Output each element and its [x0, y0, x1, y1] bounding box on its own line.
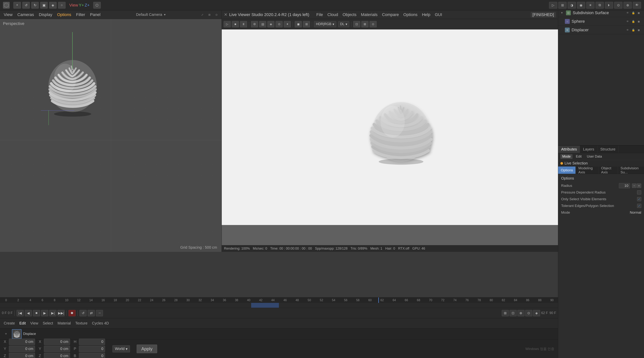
- select-btn[interactable]: ▣: [40, 2, 48, 9]
- filter-menu[interactable]: Filter: [75, 12, 87, 18]
- bounce-btn[interactable]: ⇄: [88, 310, 95, 316]
- material-icon-btn[interactable]: ◉: [577, 2, 585, 9]
- structure-tab[interactable]: Structure: [598, 146, 619, 153]
- move-btn[interactable]: ◈: [49, 2, 56, 9]
- loop-btn[interactable]: ↺: [80, 310, 86, 316]
- new-btn[interactable]: +: [14, 2, 21, 9]
- extra-ctrl2-btn[interactable]: ⊡: [510, 310, 517, 316]
- lv-cloud-menu[interactable]: Cloud: [326, 12, 340, 18]
- add-object-btn[interactable]: +: [3, 331, 9, 337]
- layers-tab[interactable]: Layers: [580, 146, 597, 153]
- lv-options-menu[interactable]: Options: [402, 12, 419, 18]
- viewport-grid-icon[interactable]: ⊞: [207, 12, 212, 18]
- go-end-btn[interactable]: ▶▶|: [58, 310, 64, 316]
- radius-inc-btn[interactable]: +: [637, 183, 641, 188]
- modeling-axis-subtab[interactable]: Modeling Axis: [576, 167, 598, 174]
- world-dropdown[interactable]: World ▾: [112, 345, 130, 352]
- record-btn[interactable]: ⏺: [68, 310, 76, 316]
- radius-dec-btn[interactable]: −: [632, 183, 636, 188]
- redo-btn[interactable]: ↻: [31, 2, 39, 9]
- h-rot-input[interactable]: 0: [79, 339, 105, 345]
- y-pos-input[interactable]: 0 cm: [9, 346, 35, 352]
- lv-extra3-btn[interactable]: ⊙: [370, 21, 377, 27]
- extra-ctrl5-btn[interactable]: ◈: [533, 310, 540, 316]
- forward-btn[interactable]: →: [96, 310, 103, 316]
- cx-scale-input[interactable]: 0 cm: [44, 339, 70, 345]
- lights-icon-btn[interactable]: ☀: [586, 2, 594, 9]
- subdiv-render-icon[interactable]: ◼: [636, 11, 641, 15]
- extra-ctrl1-btn[interactable]: ⊞: [502, 310, 509, 316]
- viewport-icon-btn[interactable]: ⊞: [558, 2, 566, 9]
- timeline-playhead[interactable]: [378, 297, 379, 303]
- target-icon-btn[interactable]: ⊕: [624, 2, 632, 9]
- tolerant-checkbox[interactable]: [637, 204, 641, 208]
- texture-tab[interactable]: Texture: [74, 320, 89, 326]
- sphere-render-icon[interactable]: ◼: [636, 19, 641, 24]
- userdata-btn[interactable]: User Data: [585, 154, 604, 159]
- radius-value[interactable]: 10: [619, 183, 630, 188]
- lv-objects-menu[interactable]: Objects: [341, 12, 358, 18]
- subdiv-lock-icon[interactable]: 🔒: [631, 11, 636, 15]
- lv-settings-btn[interactable]: ⚙: [251, 21, 258, 27]
- subdiv-vis-icon[interactable]: 👁: [626, 11, 630, 15]
- lv-gui-menu[interactable]: GUI: [433, 12, 444, 18]
- lv-extra1-btn[interactable]: ⊡: [353, 21, 360, 27]
- displacer-lock-icon[interactable]: 🔒: [631, 28, 636, 32]
- lv-depth-dropdown[interactable]: DL ▾: [338, 21, 349, 27]
- object-axis-subtab[interactable]: Object Axis: [598, 167, 618, 174]
- subdiv-collapse-icon[interactable]: ▾: [561, 11, 564, 15]
- render2-icon-btn[interactable]: ⧉: [596, 2, 604, 9]
- cam-icon-btn[interactable]: ⊙: [614, 2, 622, 9]
- apply-btn[interactable]: Apply: [137, 344, 157, 353]
- cy-scale-input[interactable]: 0 cm: [44, 346, 70, 352]
- panel-menu[interactable]: Panel: [88, 12, 102, 18]
- sphere-lock-icon[interactable]: 🔒: [631, 19, 636, 24]
- lv-file-menu[interactable]: File: [315, 12, 324, 18]
- cz-scale-input[interactable]: 0 cm: [44, 353, 70, 358]
- anim-icon-btn[interactable]: ⏵: [605, 2, 613, 9]
- view-tab[interactable]: View: [29, 320, 40, 326]
- attributes-tab[interactable]: Attributes: [558, 146, 580, 153]
- lv-render-btn[interactable]: ◼: [295, 21, 302, 27]
- cycles4d-tab[interactable]: Cycles 4D: [90, 320, 110, 326]
- lv-play-btn[interactable]: ▷: [224, 21, 231, 27]
- sphere-vis-icon[interactable]: 👁: [626, 19, 630, 24]
- create-tab[interactable]: Create: [2, 320, 16, 326]
- lv-pause-btn[interactable]: ⏸: [240, 21, 247, 27]
- play-fwd-btn[interactable]: ▶: [41, 310, 48, 316]
- timeline-bar-row[interactable]: [0, 303, 558, 308]
- prev-frame-btn[interactable]: ◀: [25, 310, 32, 316]
- eye-icon-btn[interactable]: 👁: [633, 2, 641, 9]
- go-start-btn[interactable]: |◀: [16, 310, 24, 316]
- shading-icon-btn[interactable]: ◑: [568, 2, 576, 9]
- next-frame-btn[interactable]: ▶|: [49, 310, 56, 316]
- lv-stop-btn[interactable]: ■: [232, 21, 239, 27]
- lv-materials-menu[interactable]: Materials: [360, 12, 379, 18]
- lv-depth-btn[interactable]: ⊙: [276, 21, 282, 27]
- select-tab[interactable]: Select: [41, 320, 55, 326]
- stop-btn[interactable]: ■: [33, 310, 40, 316]
- view-menu[interactable]: View: [2, 12, 14, 18]
- cameras-menu[interactable]: Cameras: [16, 12, 35, 18]
- visible-checkbox[interactable]: [637, 197, 641, 201]
- main-viewport[interactable]: Perspective: [0, 19, 222, 252]
- options-subtab[interactable]: Options: [558, 167, 576, 174]
- render-icon-btn[interactable]: ▷: [549, 2, 557, 9]
- display-menu[interactable]: Display: [38, 12, 54, 18]
- object-thumbnail[interactable]: [12, 329, 22, 339]
- lv-colormode-dropdown[interactable]: HDR|RGB ▾: [314, 21, 336, 27]
- cube-btn[interactable]: ⬡: [93, 2, 101, 9]
- mode-btn[interactable]: Mode: [560, 154, 572, 159]
- subdivision-subtab[interactable]: Subdivision Su...: [618, 167, 644, 174]
- edit-tab[interactable]: Edit: [18, 320, 27, 326]
- lv-hdr-btn[interactable]: ◈: [267, 21, 274, 27]
- extra-ctrl4-btn[interactable]: ⊙: [525, 310, 532, 316]
- x-pos-input[interactable]: 0 cm: [9, 339, 35, 345]
- lv-cam-btn[interactable]: ⊞: [303, 21, 310, 27]
- lv-extra2-btn[interactable]: ⊠: [362, 21, 368, 27]
- liveviewer-close-btn[interactable]: ✕: [224, 12, 227, 17]
- scene-object-item[interactable]: ○ Sphere 👁 🔒 ◼: [558, 17, 644, 26]
- edit-btn[interactable]: Edit: [574, 154, 584, 159]
- lv-help-menu[interactable]: Help: [420, 12, 432, 18]
- rotate-btn[interactable]: ○: [58, 2, 66, 9]
